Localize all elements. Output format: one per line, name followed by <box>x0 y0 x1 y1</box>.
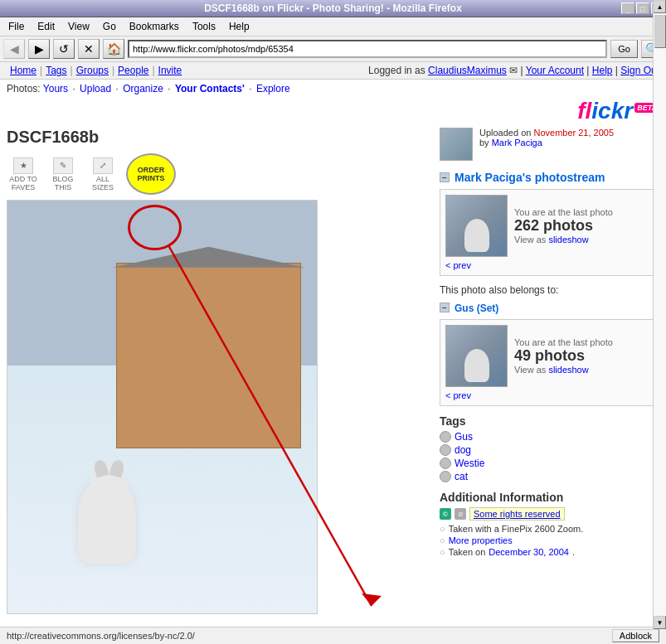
set-section-gus: − Gus (Set) You are at the last phot <box>440 301 659 406</box>
tag-item-cat: cat <box>440 471 659 482</box>
tag-link-dog[interactable]: dog <box>455 444 471 456</box>
upload-date: November 21, 2005 <box>533 128 614 138</box>
reload-button[interactable]: ↺ <box>53 39 75 59</box>
tag-bullet-cat <box>440 471 451 482</box>
scroll-up-button[interactable]: ▲ <box>654 0 666 13</box>
annotation-circle <box>128 205 182 250</box>
photostream-link[interactable]: Mark Paciga's photostream <box>455 171 605 184</box>
forward-button[interactable]: ▶ <box>28 39 50 59</box>
window-title: DSCF1668b on Flickr - Photo Sharing! - M… <box>204 2 462 14</box>
breadcrumb-upload[interactable]: Upload <box>80 83 111 94</box>
main-photo[interactable] <box>7 200 318 614</box>
address-input[interactable] <box>128 40 607 58</box>
breadcrumb: Photos: Yours · Upload · Organize · Your… <box>0 80 666 98</box>
order-prints-button[interactable]: ORDER PRINTS <box>126 153 176 195</box>
breadcrumb-explore[interactable]: Explore <box>256 83 290 94</box>
tag-bullet-westie <box>440 458 451 469</box>
photo-title: DSCF1668b <box>7 128 430 147</box>
menu-edit[interactable]: Edit <box>32 19 60 34</box>
photostream-box: You are at the last photo 262 photos Vie… <box>440 189 659 276</box>
tags-section: Tags Gus dog Westie cat <box>440 414 659 482</box>
tag-bullet-dog <box>440 444 451 456</box>
nav-home[interactable]: Home <box>7 65 40 76</box>
photostream-status: You are at the last photo <box>514 207 654 217</box>
set-info: You are at the last photo 49 photos View… <box>514 337 654 375</box>
additional-info-title: Additional Information <box>440 491 659 504</box>
tag-item-westie: Westie <box>440 458 659 469</box>
collapse-set-button[interactable]: − <box>440 303 450 312</box>
menu-view[interactable]: View <box>63 19 95 34</box>
author-link[interactable]: Mark Paciga <box>492 138 542 148</box>
menu-help[interactable]: Help <box>224 19 255 34</box>
photostream-count-label: photos <box>543 217 593 234</box>
photostream-header: − Mark Paciga's photostream <box>440 171 659 184</box>
menu-bookmarks[interactable]: Bookmarks <box>124 19 184 34</box>
help-link[interactable]: Help <box>592 65 613 76</box>
more-properties-link[interactable]: More properties <box>449 535 513 545</box>
photo-actions: ★ ADD TOFAVES ✎ BLOGTHIS ⤢ ALLSIZES ORDE… <box>7 153 430 195</box>
svg-marker-1 <box>362 593 382 606</box>
menu-go[interactable]: Go <box>98 19 121 34</box>
order-label: ORDER <box>138 166 165 174</box>
license-link[interactable]: Some rights reserved <box>469 507 565 521</box>
tag-item-dog: dog <box>440 444 659 456</box>
tag-link-westie[interactable]: Westie <box>455 458 484 469</box>
set-thumb[interactable] <box>445 325 508 387</box>
scroll-thumb[interactable] <box>654 15 666 48</box>
info-camera: ○ Taken with a FinePix 2600 Zoom. <box>440 524 659 534</box>
nav-invite[interactable]: Invite <box>155 65 186 76</box>
photostream-thumb[interactable] <box>445 195 508 257</box>
set-link[interactable]: Gus (Set) <box>455 303 498 314</box>
dog-fur <box>78 481 136 564</box>
add-faves-label: ADD TOFAVES <box>9 175 37 191</box>
minimize-button[interactable]: _ <box>621 2 634 14</box>
scrollbar[interactable]: ▲ ▼ <box>653 0 666 614</box>
all-sizes-action[interactable]: ⤢ ALLSIZES <box>86 157 119 191</box>
breadcrumb-your-contacts[interactable]: Your Contacts' <box>175 83 245 94</box>
blog-this-action[interactable]: ✎ BLOGTHIS <box>46 157 80 191</box>
maximize-button[interactable]: □ <box>636 2 649 14</box>
prints-label: PRINTS <box>137 174 164 182</box>
info-date-taken: ○ Taken on December 30, 2004 . <box>440 547 659 557</box>
photostream-inner: You are at the last photo 262 photos Vie… <box>445 195 654 257</box>
menu-bar: File Edit View Go Bookmarks Tools Help <box>0 17 666 36</box>
tag-link-gus[interactable]: Gus <box>455 431 473 443</box>
add-faves-action[interactable]: ★ ADD TOFAVES <box>7 157 40 191</box>
set-box: You are at the last photo 49 photos View… <box>440 319 659 406</box>
set-inner: You are at the last photo 49 photos View… <box>445 325 654 387</box>
photostream-info: You are at the last photo 262 photos Vie… <box>514 207 654 245</box>
stop-button[interactable]: ✕ <box>78 39 100 59</box>
collapse-photostream-button[interactable]: − <box>440 172 450 182</box>
set-thumb-dog <box>464 349 489 382</box>
set-prev-link[interactable]: < prev <box>445 390 654 400</box>
back-button[interactable]: ◀ <box>3 39 25 59</box>
your-account-link[interactable]: Your Account <box>526 65 584 76</box>
date-taken-link[interactable]: December 30, 2004 <box>489 547 569 557</box>
cc-badge2: ⊘ <box>455 508 466 520</box>
nav-people[interactable]: People <box>114 65 152 76</box>
scroll-track[interactable] <box>654 13 666 614</box>
title-bar: DSCF1668b on Flickr - Photo Sharing! - M… <box>0 0 666 17</box>
photostream-slideshow-link[interactable]: slideshow <box>548 235 588 245</box>
photostream-prev-link[interactable]: < prev <box>445 260 654 270</box>
username-link[interactable]: ClaudiusMaximus <box>428 65 507 76</box>
breadcrumb-yours[interactable]: Yours <box>43 83 68 94</box>
nav-groups[interactable]: Groups <box>73 65 112 76</box>
set-slideshow-link[interactable]: slideshow <box>548 365 588 375</box>
photo-container <box>7 200 318 614</box>
go-button[interactable]: Go <box>610 40 638 58</box>
left-column: DSCF1668b ★ ADD TOFAVES ✎ BLOGTHIS ⤢ ALL… <box>7 128 430 614</box>
menu-file[interactable]: File <box>3 19 29 34</box>
flickr-logo: flickrBETA <box>577 98 659 124</box>
home-button[interactable]: 🏠 <box>103 39 124 59</box>
dog-ear-left <box>92 459 109 478</box>
breadcrumb-organize[interactable]: Organize <box>123 83 163 94</box>
upload-info: Uploaded on November 21, 2005 by Mark Pa… <box>440 128 659 161</box>
menu-tools[interactable]: Tools <box>187 19 221 34</box>
set-count-label: photos <box>535 347 585 364</box>
tag-link-cat[interactable]: cat <box>455 471 468 482</box>
blog-this-icon: ✎ <box>53 157 73 174</box>
browser-toolbar: ◀ ▶ ↺ ✕ 🏠 Go 🔍 <box>0 36 666 62</box>
nav-tags[interactable]: Tags <box>42 65 70 76</box>
set-view: View as slideshow <box>514 365 654 375</box>
